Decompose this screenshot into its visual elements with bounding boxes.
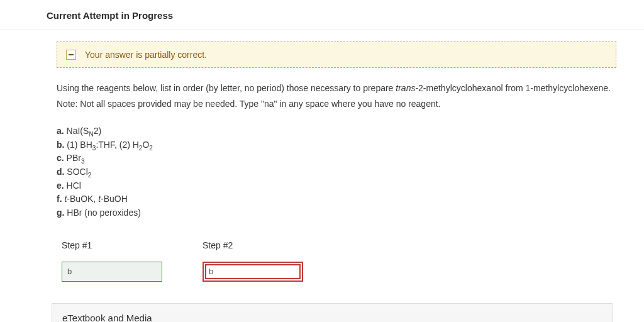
q-line2: Note: Not all spaces provided may be nee… <box>57 97 616 111</box>
step-1-input[interactable] <box>62 262 162 282</box>
reagent-c: c. PBr3 <box>57 152 616 165</box>
q-line1-ital: trans <box>396 83 415 93</box>
reagent-list: a. NaI(SN2) b. (1) BH3:THF, (2) H2O2 c. … <box>57 125 616 220</box>
content-area: Your answer is partially correct. Using … <box>0 30 644 322</box>
header-title: Current Attempt in Progress <box>47 10 173 21</box>
q-line1-pre: Using the reagents below, list in order … <box>57 83 396 93</box>
partial-correct-alert: Your answer is partially correct. <box>57 42 616 68</box>
reagent-g: g. HBr (no peroxides) <box>57 206 616 220</box>
step-2-label: Step #2 <box>203 240 303 250</box>
minus-icon <box>66 50 76 60</box>
reagent-e: e. HCl <box>57 179 616 193</box>
step-1-label: Step #1 <box>62 240 162 250</box>
steps-row: Step #1 Step #2 <box>57 240 616 282</box>
step-2-col: Step #2 <box>203 240 303 282</box>
question-page: Current Attempt in Progress Your answer … <box>0 0 644 322</box>
reagent-f: f. t-BuOK, t-BuOH <box>57 192 616 206</box>
step-2-input[interactable] <box>203 262 303 282</box>
q-line1-post: -2-methylcyclohexanol from 1-methylcyclo… <box>415 83 610 93</box>
reagent-d: d. SOCl2 <box>57 165 616 179</box>
reagent-a: a. NaI(SN2) <box>57 125 616 138</box>
attempt-header: Current Attempt in Progress <box>0 0 644 30</box>
question-text: Using the reagents below, list in order … <box>57 82 616 111</box>
alert-message: Your answer is partially correct. <box>85 50 207 60</box>
reagent-b: b. (1) BH3:THF, (2) H2O2 <box>57 138 616 152</box>
accordion-label: eTextbook and Media <box>62 313 152 322</box>
step-1-col: Step #1 <box>62 240 162 282</box>
etextbook-accordion[interactable]: eTextbook and Media <box>52 303 613 322</box>
